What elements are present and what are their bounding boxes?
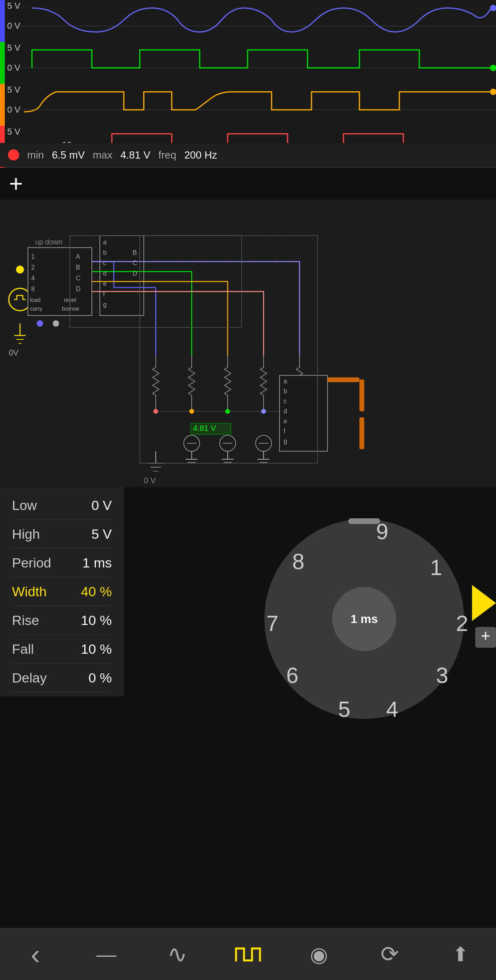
ch1-wave [0,0,496,42]
prop-row-period[interactable]: Period1 ms [12,549,112,577]
play-forward-button[interactable] [472,585,496,621]
prop-row-width[interactable]: Width40 % [12,577,112,606]
svg-rect-58 [359,379,364,411]
max-value: 4.81 V [120,149,150,161]
line-button[interactable]: — [82,936,130,972]
svg-text:4.81 V: 4.81 V [193,424,216,432]
ch3-wave [0,84,496,126]
min-value: 6.5 mV [52,149,85,161]
prop-value-delay: 0 % [88,670,112,686]
dial-minus-button[interactable] [348,518,380,524]
svg-text:1 ms: 1 ms [351,612,378,625]
svg-text:b: b [284,388,287,395]
dial-num-2[interactable]: 2 [456,611,468,636]
svg-text:c: c [284,398,287,405]
svg-point-4 [490,65,496,71]
svg-text:c: c [103,260,106,266]
info-bar: min 6.5 mV max 4.81 V freq 200 Hz [0,143,496,167]
freq-value: 200 Hz [184,149,217,161]
prop-row-high[interactable]: High5 V [12,520,112,549]
square-button[interactable] [224,936,272,972]
prop-name-high: High [12,526,40,542]
svg-text:D: D [133,270,137,277]
svg-text:2: 2 [31,264,35,271]
svg-point-46 [225,409,230,414]
svg-text:4: 4 [31,275,35,282]
eye-button[interactable]: ◉ [295,936,343,972]
svg-point-6 [490,89,496,95]
svg-text:0V: 0V [9,348,19,357]
prop-row-fall[interactable]: Fall10 % [12,635,112,664]
prop-row-rise[interactable]: Rise10 % [12,606,112,635]
svg-text:B: B [133,249,137,256]
dial-svg: 1 ms 9 8 1 7 2 6 3 5 4 + [240,495,496,727]
circuit-svg: up down 1 A 2 B 4 C 8 D load reset carry… [0,200,496,487]
prop-name-width: Width [12,584,47,599]
channel-2[interactable]: 5 V 0 V [0,42,496,84]
prop-value-high: 5 V [91,526,112,542]
svg-point-83 [37,320,43,327]
svg-text:A: A [76,253,80,260]
svg-point-45 [189,409,194,414]
properties-panel: Low0 VHigh5 VPeriod1 msWidth40 %Rise10 %… [0,487,124,696]
svg-rect-59 [359,417,364,449]
svg-rect-57 [327,377,359,382]
channel-3[interactable]: 5 V 0 V [0,84,496,126]
dial-num-8[interactable]: 8 [292,549,305,574]
prop-name-period: Period [12,555,51,571]
dial-num-1[interactable]: 1 [430,555,442,580]
circuit-area[interactable]: up down 1 A 2 B 4 C 8 D load reset carry… [0,200,496,487]
svg-text:borrow: borrow [62,306,79,312]
prop-name-delay: Delay [12,670,47,686]
svg-text:up  down: up down [35,238,62,246]
svg-point-82 [16,266,24,274]
oscilloscope-panel: 5 V 0 V 5 V 0 V 5 V 0 V 5 V [0,0,496,168]
svg-text:d: d [284,408,287,415]
recycle-button[interactable]: ⟳ [366,936,414,972]
max-label: max [93,149,112,161]
prop-name-low: Low [12,498,37,513]
prop-name-fall: Fall [12,641,34,657]
dial-container[interactable]: 1 ms 9 8 1 7 2 6 3 5 4 + [240,495,496,727]
dial-num-6[interactable]: 6 [286,663,299,688]
prop-value-period: 1 ms [82,555,112,571]
prop-row-delay[interactable]: Delay0 % [12,664,112,692]
svg-text:1: 1 [31,253,35,260]
svg-text:D: D [76,286,81,292]
svg-text:a: a [284,378,287,385]
svg-point-2 [490,5,496,11]
dial-num-5[interactable]: 5 [338,697,351,722]
svg-text:8: 8 [31,286,35,292]
prop-value-rise: 10 % [81,613,112,628]
svg-text:+: + [481,627,490,645]
sine-button[interactable]: ∿ [153,936,201,972]
dial-num-4[interactable]: 4 [386,697,399,722]
svg-text:C: C [133,260,137,266]
add-button[interactable]: + [4,172,28,196]
ch2-wave [0,42,496,84]
svg-text:a: a [103,239,107,246]
upload-button[interactable]: ⬆ [436,936,484,972]
prop-value-width: 40 % [81,584,112,599]
dial-num-9[interactable]: 9 [376,519,389,544]
svg-text:load: load [30,297,40,303]
prop-name-rise: Rise [12,613,39,628]
svg-rect-12 [0,200,496,487]
svg-text:d: d [103,270,107,277]
svg-point-44 [153,409,158,414]
channel-indicator-dot [8,149,19,161]
svg-text:g: g [284,438,287,444]
svg-text:0 V: 0 V [144,476,156,485]
back-button[interactable]: ‹ [12,936,60,972]
svg-text:b: b [103,249,107,256]
dial-num-3[interactable]: 3 [436,663,448,688]
freq-label: freq [159,149,177,161]
dial-num-7[interactable]: 7 [266,611,279,636]
svg-text:g: g [103,301,107,308]
svg-point-47 [261,409,266,414]
svg-text:B: B [76,264,80,271]
channel-1[interactable]: 5 V 0 V [0,0,496,42]
prop-row-low[interactable]: Low0 V [12,491,112,520]
svg-text:carry: carry [30,306,42,312]
svg-text:f: f [284,428,286,434]
